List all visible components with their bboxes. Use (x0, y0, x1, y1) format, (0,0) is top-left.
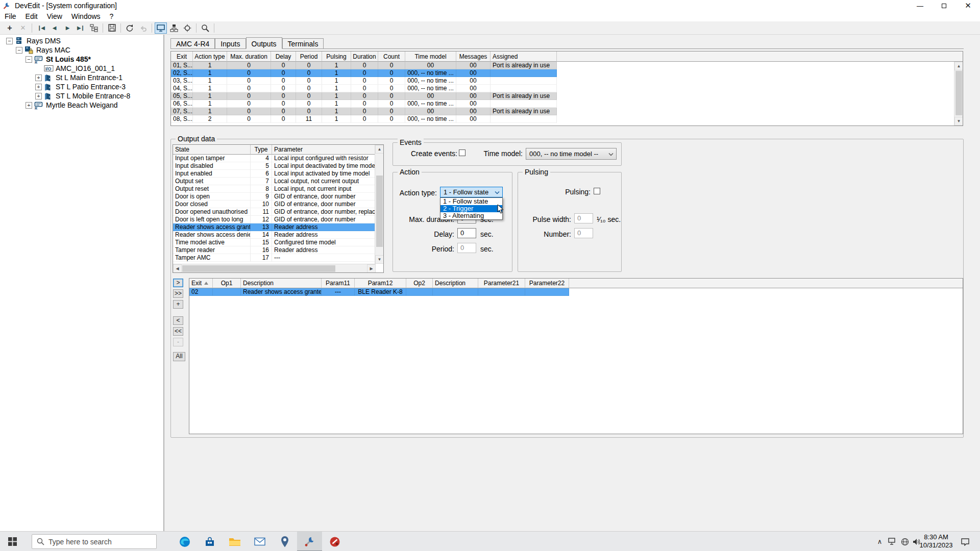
maps-taskbar-icon[interactable] (272, 532, 297, 551)
table-row[interactable]: Input enabled6Local input activated by t… (173, 170, 376, 178)
assign-selected-button[interactable]: > (173, 279, 183, 287)
network-icon[interactable] (887, 532, 898, 551)
state-list-hscroll[interactable]: ◀ ▶ (173, 264, 376, 272)
table-row[interactable]: Tamper AMC17--- (173, 254, 376, 262)
tab-amc-4-r4[interactable]: AMC 4-R4 (170, 38, 215, 48)
minimize-button[interactable]: — (908, 0, 932, 11)
outputs-scrollbar[interactable]: ▲ ▼ (954, 62, 963, 126)
device-view-button[interactable] (155, 22, 167, 34)
start-button[interactable] (0, 532, 24, 551)
file-explorer-taskbar-icon[interactable] (222, 532, 247, 551)
table-row[interactable]: 05, S...10001000000Port is already in us… (171, 92, 557, 100)
table-row[interactable]: Door opened unauthorised11GID of entranc… (173, 208, 376, 216)
table-row[interactable]: 02Reader shows access granted---BLE Read… (189, 288, 569, 296)
tree-item[interactable]: I/OAMC_IO16_001_1 (0, 64, 163, 73)
mail-taskbar-icon[interactable] (247, 532, 272, 551)
hidden-icons-chevron[interactable]: ∧ (874, 532, 886, 551)
table-row[interactable]: Door closed10GID of entrance, door numbe… (173, 201, 376, 208)
tree-item[interactable]: +St L Main Entrance-1 (0, 73, 163, 82)
dropdown-item[interactable]: 1 - Follow state (440, 198, 502, 205)
select-all-button[interactable]: All (173, 352, 185, 361)
taskbar-clock[interactable]: 8:30 AM 10/31/2023 (919, 533, 953, 549)
locate-device-button[interactable] (181, 22, 193, 34)
app-red-taskbar-icon[interactable] (322, 532, 347, 551)
edge-taskbar-icon[interactable] (172, 532, 197, 551)
expand-plus-icon[interactable]: + (35, 93, 42, 99)
table-row[interactable]: 08, S...20011100000, -- no time ...00 (171, 115, 557, 123)
tree-item[interactable]: −RSt Louis 485* (0, 55, 163, 64)
state-list-vscroll[interactable]: ▲ ▼ (375, 145, 383, 264)
unassign-all-button[interactable]: << (173, 327, 183, 336)
close-button[interactable]: ✕ (956, 0, 980, 11)
next-record-button[interactable]: ▶ (61, 22, 74, 34)
scroll-down-icon[interactable]: ▼ (375, 255, 384, 264)
menu-windows[interactable]: Windows (67, 11, 105, 21)
menu-edit[interactable]: Edit (21, 11, 42, 21)
globe-icon[interactable] (899, 532, 911, 551)
create-events-checkbox[interactable] (459, 149, 465, 156)
refresh-button[interactable] (124, 22, 136, 34)
table-row[interactable]: Time model active15Configured time model (173, 239, 376, 246)
table-row[interactable]: 02, S...1000100000, -- no time ...00 (171, 69, 557, 77)
delay-input[interactable]: 0 (457, 228, 476, 238)
tree-structure-button[interactable] (88, 22, 100, 34)
dropdown-item[interactable]: 2 - Trigger (440, 205, 502, 212)
menu-help[interactable]: ? (105, 11, 118, 21)
table-row[interactable]: Reader shows access denied14Reader addre… (173, 231, 376, 239)
table-row[interactable]: Output set7Local output, not current out… (173, 178, 376, 185)
table-row[interactable]: 03, S...1000100000, -- no time ...00 (171, 77, 557, 85)
table-row[interactable]: Input open tamper4Local input configured… (173, 155, 376, 162)
menu-view[interactable]: View (42, 11, 67, 21)
last-record-button[interactable]: ▶❙ (75, 22, 87, 34)
delete-item-button[interactable]: ✕ (17, 22, 29, 34)
topology-view-button[interactable] (168, 22, 180, 34)
table-row[interactable]: 07, S...10001000000Port is already in us… (171, 108, 557, 115)
tree-item[interactable]: −Rays DMS (0, 36, 163, 45)
tree-item[interactable]: +ST L Mobile Entrance-8 (0, 91, 163, 101)
tree-item[interactable]: +ST L Patio Entrance-3 (0, 82, 163, 91)
time-model-select[interactable]: 000, -- no time model -- (526, 148, 617, 160)
save-button[interactable] (106, 22, 118, 34)
dropdown-item[interactable]: 3 - Alternating (440, 212, 502, 219)
pulse-width-input[interactable]: 0 (574, 213, 593, 223)
collapse-minus-icon[interactable]: − (26, 56, 32, 63)
remove-assignment-button[interactable]: - (173, 338, 183, 346)
expand-plus-icon[interactable]: + (35, 84, 42, 90)
collapse-minus-icon[interactable]: − (6, 38, 13, 44)
unassign-selected-button[interactable]: < (173, 316, 183, 325)
store-taskbar-icon[interactable] (197, 532, 222, 551)
scroll-left-icon[interactable]: ◀ (173, 264, 182, 273)
action-type-select[interactable]: 1 - Follow state (440, 187, 503, 197)
table-row[interactable]: Input disabled5Local input deactivated b… (173, 162, 376, 170)
add-assignment-button[interactable]: + (173, 300, 183, 309)
table-row[interactable]: 04, S...1000100000, -- no time ...00 (171, 85, 557, 92)
search-button[interactable] (199, 22, 211, 34)
pulsing-checkbox[interactable] (594, 188, 600, 194)
scroll-up-icon[interactable]: ▲ (375, 145, 384, 154)
tree-item[interactable]: −Rays MAC (0, 45, 163, 55)
period-input[interactable]: 0 (457, 243, 476, 253)
previous-record-button[interactable]: ◀ (48, 22, 60, 34)
scroll-up-icon[interactable]: ▲ (954, 62, 963, 70)
tab-terminals[interactable]: Terminals (282, 38, 324, 48)
tab-inputs[interactable]: Inputs (215, 38, 246, 48)
collapse-minus-icon[interactable]: − (16, 47, 22, 54)
scroll-right-icon[interactable]: ▶ (367, 264, 376, 273)
tab-outputs[interactable]: Outputs (246, 37, 282, 49)
scroll-down-icon[interactable]: ▼ (954, 117, 963, 126)
new-item-button[interactable]: + (4, 22, 16, 34)
table-row[interactable]: Output reset8Local input, not current in… (173, 185, 376, 193)
table-row[interactable]: Door is open9GID of entrance, door numbe… (173, 193, 376, 201)
table-row[interactable]: Door is left open too long12GID of entra… (173, 216, 376, 223)
menu-file[interactable]: File (0, 11, 21, 21)
restore-button[interactable] (932, 0, 956, 11)
tree-item[interactable]: +RMyrtle Beach Weigand (0, 101, 163, 110)
number-input[interactable]: 0 (574, 228, 593, 238)
table-row[interactable]: 06, S...1000100000, -- no time ...00 (171, 100, 557, 108)
table-row[interactable]: Reader shows access granted13Reader addr… (173, 223, 376, 231)
notification-center-icon[interactable] (958, 532, 973, 551)
expand-plus-icon[interactable]: + (35, 74, 42, 81)
table-row[interactable]: Tamper reader16Reader address (173, 246, 376, 254)
search-input[interactable]: Type here to search (32, 534, 157, 549)
first-record-button[interactable]: ❙◀ (35, 22, 47, 34)
